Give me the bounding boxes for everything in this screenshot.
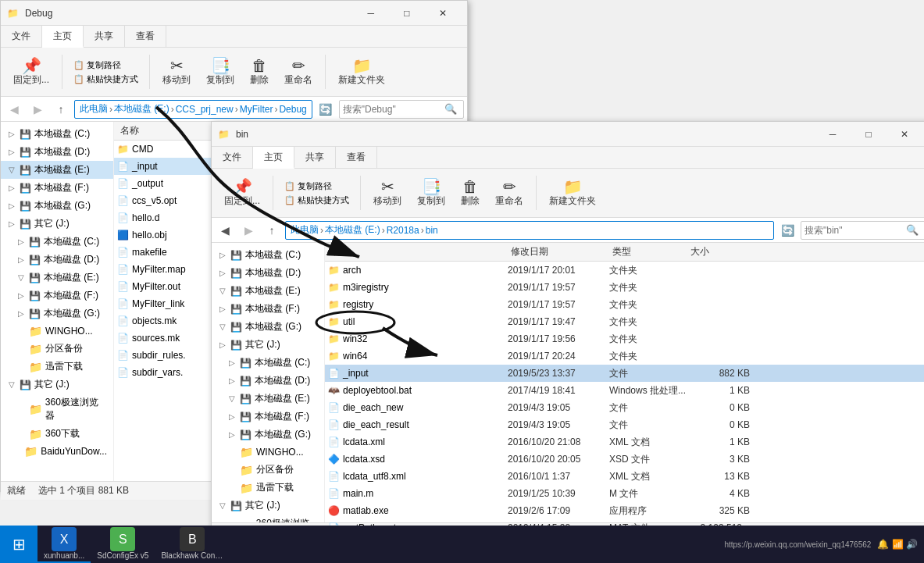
expand-icon[interactable]: ▷ — [16, 309, 26, 318]
table-row[interactable]: 📄lcdata_utf8.xml 2016/10/1 1:37 XML 文档 1… — [325, 468, 924, 485]
sidebar-bin-xunlei[interactable]: 📁 迅雷下载 — [212, 479, 324, 497]
breadcrumb-r2018a[interactable]: R2018a — [387, 225, 419, 236]
breadcrumb-debug[interactable]: Debug — [279, 104, 306, 115]
sidebar-item-d1[interactable]: ▷ 💾 本地磁盘 (D:) — [1, 143, 113, 161]
sidebar-bin-part[interactable]: 📁 分区备份 — [212, 461, 324, 479]
breadcrumb-e[interactable]: 本地磁盘 (E:) — [114, 102, 169, 116]
table-row[interactable]: 📄lcdata.xml 2016/10/20 21:08 XML 文档 1 KB — [325, 433, 924, 451]
table-row-input[interactable]: 📄_input 2019/5/23 13:37 文件 882 KB — [325, 365, 924, 382]
breadcrumb-myfilter[interactable]: MyFilter — [240, 104, 273, 115]
expand-icon[interactable]: ▷ — [7, 219, 16, 228]
copy-path-bin[interactable]: 📋 复制路径 — [280, 180, 354, 192]
table-row[interactable]: 🦇deployebtool.bat 2017/4/19 18:41 Window… — [325, 382, 924, 399]
back-btn-bin[interactable]: ◀ — [215, 220, 235, 241]
expand-icon[interactable]: ▷ — [16, 291, 26, 300]
copy-path-btn[interactable]: 📋 复制路径 — [69, 59, 143, 71]
search-input-debug[interactable] — [343, 104, 444, 115]
sidebar-item-partition[interactable]: 📁 分区备份 — [1, 340, 113, 358]
breadcrumb-ccs[interactable]: CCS_prj_new — [176, 104, 234, 115]
sidebar-bin-c[interactable]: ▷ 💾 本地磁盘 (C:) — [212, 246, 324, 264]
tab-file-debug[interactable]: 文件 — [1, 26, 42, 47]
pin-button-bin[interactable]: 📌 固定到... — [218, 173, 266, 213]
sidebar-bin-d2[interactable]: ▷ 💾 本地磁盘 (D:) — [212, 372, 324, 390]
table-row[interactable]: 📁win32 2019/1/17 19:56 文件夹 — [325, 330, 924, 347]
sidebar-item-c1[interactable]: ▷ 💾 本地磁盘 (C:) — [1, 125, 113, 143]
sidebar-bin-360[interactable]: 📁 360极速浏览器 — [212, 515, 324, 522]
taskbar-item-sdconfig[interactable]: S SdConfigEx v5 — [91, 526, 155, 563]
sidebar-item-j2[interactable]: ▽ 💾 其它 (J:) — [1, 376, 113, 394]
close-button-bin[interactable]: ✕ — [887, 122, 922, 147]
sidebar-item-wingho[interactable]: 📁 WINGHO... — [1, 322, 113, 340]
table-row[interactable]: 📁arch 2019/1/17 20:01 文件夹 — [325, 262, 924, 279]
sidebar-item-360dl[interactable]: 📁 360下载 — [1, 425, 113, 443]
expand-icon[interactable]: ▽ — [7, 166, 16, 174]
breadcrumb-bin[interactable]: bin — [426, 225, 438, 236]
back-btn-debug[interactable]: ◀ — [4, 99, 24, 119]
forward-btn-debug[interactable]: ▶ — [27, 99, 48, 119]
sidebar-bin-g[interactable]: ▽ 💾 本地磁盘 (G:) — [212, 318, 324, 336]
address-path-bin[interactable]: 此电脑 › 本地磁盘 (E:) › R2018a › bin — [285, 221, 774, 240]
sidebar-item-c2[interactable]: ▷ 💾 本地磁盘 (C:) — [1, 233, 113, 251]
expand-icon[interactable]: ▷ — [7, 148, 16, 156]
forward-btn-bin[interactable]: ▶ — [238, 220, 259, 241]
sidebar-bin-wingho[interactable]: 📁 WINGHO... — [212, 444, 324, 461]
search-icon-bin[interactable]: 🔍 — [906, 224, 919, 236]
sidebar-item-j1[interactable]: ▷ 💾 其它 (J:) — [1, 215, 113, 233]
maximize-button-debug[interactable]: □ — [389, 1, 425, 26]
delete-btn-bin[interactable]: 🗑删除 — [455, 173, 486, 213]
col-size-bin[interactable]: 大小 — [687, 245, 750, 258]
up-btn-debug[interactable]: ↑ — [51, 99, 71, 119]
col-type-bin[interactable]: 类型 — [609, 245, 687, 258]
tab-home-bin[interactable]: 主页 — [253, 147, 294, 169]
sidebar-item-f1[interactable]: ▷ 💾 本地磁盘 (F:) — [1, 179, 113, 197]
table-row[interactable]: 📁util 2019/1/17 19:47 文件夹 — [325, 313, 924, 330]
sidebar-item-baidu[interactable]: 📁 BaiduYunDow... — [1, 443, 113, 460]
delete-btn[interactable]: 🗑删除 — [244, 52, 275, 92]
expand-icon[interactable]: ▷ — [16, 255, 26, 264]
up-btn-bin[interactable]: ↑ — [262, 220, 282, 241]
sidebar-bin-c2[interactable]: ▷ 💾 本地磁盘 (C:) — [212, 354, 324, 372]
sidebar-item-g1[interactable]: ▷ 💾 本地磁盘 (G:) — [1, 197, 113, 215]
paste-shortcut-btn[interactable]: 📋 粘贴快捷方式 — [69, 73, 143, 85]
table-row[interactable]: 🔴matlab.exe 2019/2/6 17:09 应用程序 325 KB — [325, 502, 924, 519]
taskbar-item-xunhuan[interactable]: X xunhuanb... — [37, 526, 91, 563]
sidebar-item-xunlei[interactable]: 📁 迅雷下载 — [1, 358, 113, 376]
tab-view-debug[interactable]: 查看 — [125, 26, 166, 47]
rename-btn-bin[interactable]: ✏重命名 — [489, 173, 530, 213]
sidebar-bin-e[interactable]: ▽ 💾 本地磁盘 (E:) — [212, 282, 324, 300]
expand-icon[interactable]: ▷ — [7, 130, 16, 138]
table-row[interactable]: 🔷lcdata.xsd 2016/10/20 20:05 XSD 文件 3 KB — [325, 451, 924, 468]
new-folder-btn-bin[interactable]: 📁新建文件夹 — [543, 173, 602, 213]
paste-shortcut-bin[interactable]: 📋 粘贴快捷方式 — [280, 194, 354, 206]
minimize-button-debug[interactable]: ─ — [353, 1, 389, 26]
copy-btn-bin[interactable]: 📑复制到 — [411, 173, 451, 213]
sidebar-item-e2[interactable]: ▽ 💾 本地磁盘 (E:) — [1, 269, 113, 287]
sidebar-item-g2[interactable]: ▷ 💾 本地磁盘 (G:) — [1, 305, 113, 322]
expand-icon[interactable]: ▷ — [7, 201, 16, 210]
col-name-bin[interactable]: 名称 — [328, 245, 508, 258]
breadcrumb-computer[interactable]: 此电脑 — [80, 102, 108, 116]
sidebar-item-e1[interactable]: ▽ 💾 本地磁盘 (E:) — [1, 161, 113, 179]
tab-share-debug[interactable]: 共享 — [84, 26, 125, 47]
expand-icon[interactable]: ▷ — [16, 237, 26, 246]
expand-icon[interactable]: ▷ — [7, 184, 16, 192]
table-row[interactable]: 📄main.m 2019/1/25 10:39 M 文件 4 KB — [325, 485, 924, 502]
table-row[interactable]: 📄die_each_new 2019/4/3 19:05 文件 0 KB — [325, 399, 924, 416]
pin-button[interactable]: 📌 固定到... — [7, 52, 55, 92]
table-row[interactable]: 📁m3iregistry 2019/1/17 19:57 文件夹 — [325, 279, 924, 296]
taskbar-item-blackhawk[interactable]: B Blackhawk Control ... — [155, 526, 230, 563]
sidebar-item-d2[interactable]: ▷ 💾 本地磁盘 (D:) — [1, 251, 113, 269]
maximize-button-bin[interactable]: □ — [851, 122, 887, 147]
address-path-debug[interactable]: 此电脑 › 本地磁盘 (E:) › CCS_prj_new › MyFilter… — [74, 100, 312, 119]
move-btn-bin[interactable]: ✂移动到 — [367, 173, 408, 213]
sidebar-item-f2[interactable]: ▷ 💾 本地磁盘 (F:) — [1, 287, 113, 305]
tab-view-bin[interactable]: 查看 — [336, 147, 377, 168]
expand-icon[interactable]: ▽ — [16, 273, 26, 282]
search-icon-debug[interactable]: 🔍 — [444, 103, 457, 115]
copy-btn[interactable]: 📑复制到 — [200, 52, 241, 92]
rename-btn[interactable]: ✏重命名 — [278, 52, 319, 92]
sidebar-bin-e2[interactable]: ▽ 💾 本地磁盘 (E:) — [212, 390, 324, 408]
table-row[interactable]: 📁registry 2019/1/17 19:57 文件夹 — [325, 296, 924, 313]
tab-file-bin[interactable]: 文件 — [212, 147, 253, 168]
tab-home-debug[interactable]: 主页 — [42, 26, 84, 48]
